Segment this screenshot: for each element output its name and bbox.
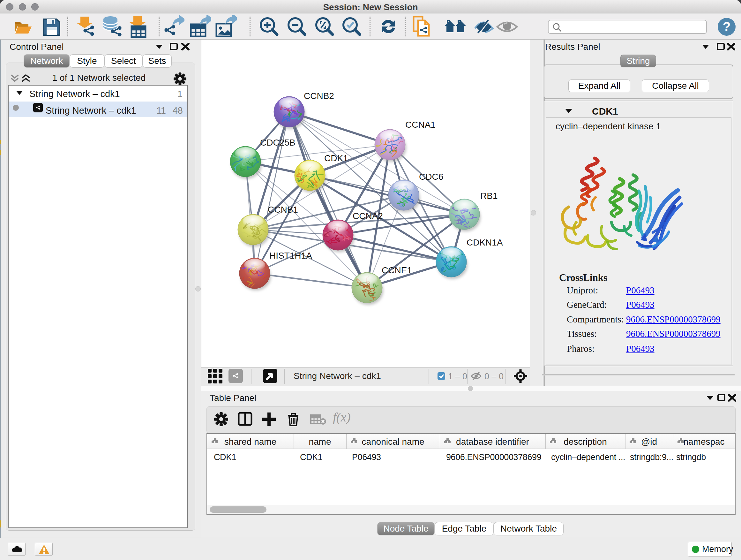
svg-text:HIST1H1A: HIST1H1A bbox=[269, 251, 312, 260]
svg-text:CDC25B: CDC25B bbox=[260, 138, 295, 147]
svg-text:CDC6: CDC6 bbox=[419, 172, 443, 182]
svg-text:CCNE1: CCNE1 bbox=[382, 265, 412, 275]
svg-text:CCNB1: CCNB1 bbox=[268, 205, 298, 214]
svg-text:CCNA2: CCNA2 bbox=[353, 211, 383, 221]
svg-text:CDKN1A: CDKN1A bbox=[467, 238, 503, 247]
svg-text:?: ? bbox=[723, 19, 731, 34]
svg-text:CCNA1: CCNA1 bbox=[405, 120, 435, 130]
svg-text:RB1: RB1 bbox=[480, 191, 497, 201]
svg-text:CCNB2: CCNB2 bbox=[304, 91, 334, 101]
svg-text:CDK1: CDK1 bbox=[324, 153, 348, 163]
